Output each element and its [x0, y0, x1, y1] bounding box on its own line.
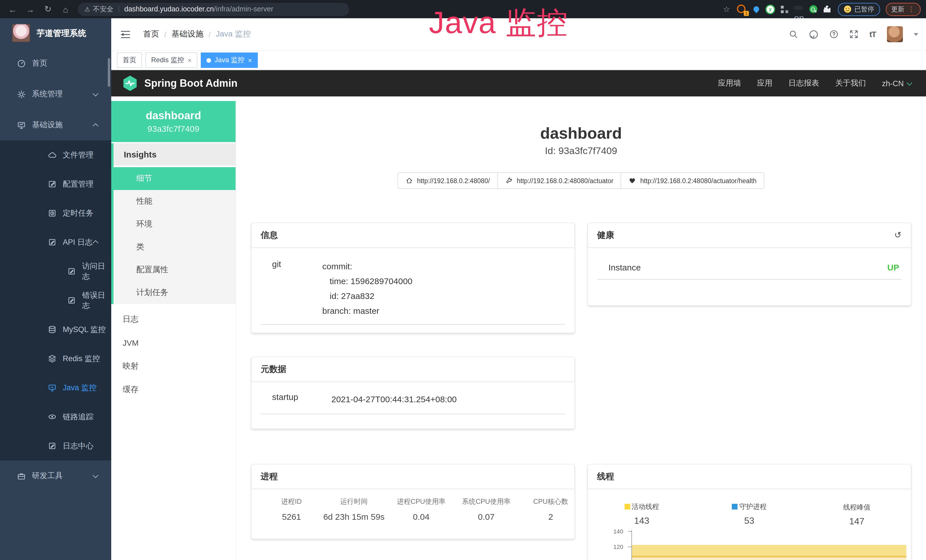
sidebar-item-dev-tools[interactable]: 研发工具 — [0, 460, 111, 491]
extension-grid-icon[interactable] — [780, 4, 790, 14]
close-icon[interactable]: × — [248, 56, 252, 64]
history-icon[interactable]: ↺ — [894, 230, 902, 240]
extension-colorzilla-icon[interactable]: 1 — [737, 4, 747, 14]
app-logo-row[interactable]: 芋道管理系统 — [0, 18, 111, 48]
divider — [119, 6, 119, 12]
github-icon[interactable] — [809, 29, 819, 39]
sidebar-item-tracing[interactable]: 链路追踪 — [0, 402, 111, 431]
database-icon — [48, 325, 56, 334]
reload-icon[interactable]: ↻ — [43, 4, 53, 14]
endpoint-links: http://192.168.0.2:48080/ http://192.168… — [398, 172, 764, 189]
process-table-header: 进程ID 运行时间 进程CPU使用率 系统CPU使用率 CPU核心数 — [251, 497, 574, 507]
cloud-icon — [48, 151, 56, 159]
sba-brand-name: Spring Boot Admin — [144, 77, 238, 89]
browser-update-button[interactable]: 更新 ⋮ — [885, 3, 920, 16]
page-title: dashboard — [236, 124, 926, 143]
insights-item-classes[interactable]: 类 — [113, 236, 236, 259]
sba-nav-about[interactable]: 关于我们 — [835, 78, 866, 88]
home-icon[interactable]: ⌂ — [61, 4, 71, 14]
process-cpu: 0.04 — [387, 512, 456, 522]
app-logo — [12, 24, 30, 42]
sba-brand[interactable]: Spring Boot Admin — [121, 75, 238, 92]
sidebar-item-infra[interactable]: 基础设施 — [0, 109, 111, 140]
process-uptime: 6d 23h 15m 59s — [321, 512, 387, 522]
extension-list-on-icon[interactable]: on — [794, 4, 803, 14]
side-item-caches[interactable]: 缓存 — [111, 378, 236, 401]
endpoint-actuator-link[interactable]: http://192.168.0.2:48080/actuator — [498, 173, 622, 188]
user-menu-caret-icon[interactable] — [914, 33, 918, 36]
breadcrumb-home[interactable]: 首页 — [143, 29, 159, 39]
collapse-menu-icon[interactable] — [120, 30, 131, 38]
threads-legend: 活动线程 143 守护进程 53 线程峰值 147 — [588, 501, 911, 527]
log-edit-icon — [48, 238, 56, 247]
locale-selector[interactable]: zh-CN — [882, 79, 911, 88]
instance-header[interactable]: dashboard 93a3fc7f7409 — [111, 101, 236, 142]
sba-nav-wallboard[interactable]: 应用墙 — [718, 78, 741, 88]
process-card: 进程 进程ID 运行时间 进程CPU使用率 系统CPU使用率 CPU核心数 52… — [251, 464, 575, 539]
monitor-icon — [17, 121, 26, 129]
side-item-logging[interactable]: 日志 — [111, 307, 236, 331]
endpoint-home-link[interactable]: http://192.168.0.2:48080/ — [398, 173, 498, 188]
sidebar-item-access-log[interactable]: 访问日志 — [0, 257, 111, 286]
cpu-cores: 2 — [517, 512, 585, 522]
search-icon[interactable] — [789, 30, 798, 39]
sidebar-item-file-manage[interactable]: 文件管理 — [0, 140, 111, 170]
health-card-title: 健康 — [597, 230, 614, 241]
sidebar-item-log-center[interactable]: 日志中心 — [0, 431, 111, 460]
bookmark-star-icon[interactable]: ☆ — [723, 5, 730, 14]
timer-icon — [48, 209, 56, 217]
sidebar-scrollbar[interactable] — [108, 58, 110, 87]
address-bar[interactable]: ⚠ 不安全 dashboard.yudao.iocoder.cn /infra/… — [77, 3, 349, 16]
user-avatar[interactable] — [887, 26, 903, 42]
eye-icon — [48, 413, 56, 421]
sidebar-item-home[interactable]: 首页 — [0, 48, 111, 79]
health-instance-row[interactable]: Instance UP — [597, 248, 902, 280]
browser-menu-icon[interactable]: ⋮ — [908, 5, 915, 13]
extension-y-icon[interactable]: y — [766, 4, 775, 14]
tab-home[interactable]: 首页 — [117, 53, 142, 68]
tab-redis-monitor[interactable]: Redis 监控 × — [145, 53, 197, 68]
close-icon[interactable]: × — [188, 56, 192, 64]
insights-item-scheduled-tasks[interactable]: 计划任务 — [113, 281, 236, 304]
instance-name: dashboard — [146, 109, 201, 122]
live-threads-swatch — [624, 504, 630, 510]
sidebar-item-config-manage[interactable]: 配置管理 — [0, 170, 111, 198]
sidebar-item-api-log[interactable]: API 日志 — [0, 228, 111, 257]
extension-pin-icon[interactable] — [751, 4, 761, 14]
font-size-icon[interactable]: tT — [870, 30, 876, 39]
breadcrumb-current: Java 监控 — [216, 29, 251, 39]
breadcrumb-infra[interactable]: 基础设施 — [171, 29, 203, 39]
system-cpu: 0.07 — [456, 512, 517, 522]
endpoint-health-link[interactable]: http://192.168.0.2:48080/actuator/health — [622, 173, 764, 188]
sidebar-item-error-log[interactable]: 错误日志 — [0, 286, 111, 315]
fullscreen-icon[interactable] — [850, 30, 859, 39]
side-item-mappings[interactable]: 映射 — [111, 354, 236, 378]
insights-item-environment[interactable]: 环境 — [113, 213, 236, 236]
tab-java-monitor[interactable]: Java 监控 × — [201, 53, 257, 68]
daemon-threads-value: 53 — [696, 516, 803, 526]
layers-icon — [48, 354, 56, 363]
page-subtitle: Id: 93a3fc7f7409 — [236, 145, 926, 157]
sba-nav-applications[interactable]: 应用 — [757, 78, 772, 88]
sidebar-item-redis-monitor[interactable]: Redis 监控 — [0, 344, 111, 373]
insights-item-details[interactable]: 细节 — [113, 167, 236, 190]
forward-icon[interactable]: → — [25, 4, 35, 14]
side-item-jvm[interactable]: JVM — [111, 331, 236, 354]
app-title: 芋道管理系统 — [36, 28, 86, 38]
log-edit-icon — [48, 442, 56, 450]
insights-item-config-props[interactable]: 配置属性 — [113, 259, 236, 281]
sba-nav-journal[interactable]: 日志报表 — [788, 78, 819, 88]
sidebar-item-scheduled-jobs[interactable]: 定时任务 — [0, 198, 111, 228]
help-icon[interactable] — [830, 30, 839, 39]
extension-puzzle-icon[interactable] — [823, 4, 832, 14]
paused-extension-button[interactable]: 已暂停 — [838, 3, 880, 16]
insights-item-metrics[interactable]: 性能 — [113, 190, 236, 213]
url-path: /infra/admin-server — [214, 5, 273, 13]
chevron-up-icon — [93, 123, 98, 129]
sidebar-item-system[interactable]: 系统管理 — [0, 79, 111, 109]
sba-navbar: Spring Boot Admin 应用墙 应用 日志报表 关于我们 zh-CN — [111, 70, 926, 97]
back-icon[interactable]: ← — [8, 4, 18, 14]
sidebar-item-java-monitor[interactable]: Java 监控 — [0, 373, 111, 402]
extension-magnifier-icon[interactable] — [808, 4, 818, 14]
sidebar-item-mysql-monitor[interactable]: MySQL 监控 — [0, 315, 111, 344]
